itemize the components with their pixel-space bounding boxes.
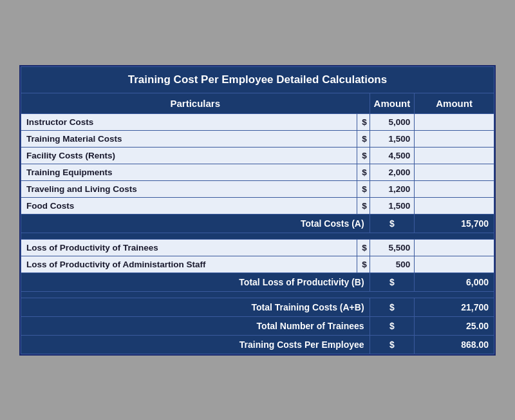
- sum-label: Total Training Costs (A+B): [21, 298, 370, 316]
- table-title: Training Cost Per Employee Detailed Calc…: [21, 66, 494, 93]
- table-row: Training Material Costs $ 1,500: [21, 130, 494, 147]
- row-amount2: [415, 113, 494, 130]
- sum-dollar: $: [370, 316, 415, 335]
- table-row: Instructor Costs $ 5,000: [21, 113, 494, 130]
- table-row: Loss of Productivity of Administartion S…: [21, 256, 494, 272]
- title-row: Training Cost Per Employee Detailed Calc…: [21, 66, 494, 93]
- row-amount2: [415, 239, 494, 256]
- dollar-sign: $: [357, 164, 370, 180]
- spacer-row: [21, 233, 494, 239]
- row-value: 1,200: [370, 180, 415, 197]
- row-label: Traveling and Living Costs: [21, 180, 357, 197]
- sum-dollar: $: [370, 335, 415, 354]
- row-amount2: [415, 256, 494, 272]
- row-value: 5,000: [370, 113, 415, 130]
- header-amount2: Amount: [415, 93, 494, 113]
- row-amount2: [415, 197, 494, 214]
- summary-row: Training Costs Per Employee $ 868.00: [21, 335, 494, 354]
- row-value: 5,500: [370, 239, 415, 256]
- main-table-container: Training Cost Per Employee Detailed Calc…: [19, 65, 496, 356]
- dollar-sign: $: [357, 130, 370, 147]
- section2-total-row: Total Loss of Productivity (B) $ 6,000: [21, 272, 494, 291]
- table-row: Food Costs $ 1,500: [21, 197, 494, 214]
- row-amount2: [415, 147, 494, 164]
- table-row: Training Equipments $ 2,000: [21, 164, 494, 180]
- total-dollar: $: [370, 214, 415, 233]
- sum-label: Training Costs Per Employee: [21, 335, 370, 354]
- section1-total-row: Total Costs (A) $ 15,700: [21, 214, 494, 233]
- table-row: Loss of Productivity of Trainees $ 5,500: [21, 239, 494, 256]
- total-label: Total Loss of Productivity (B): [21, 272, 370, 291]
- spacer-row-2: [21, 291, 494, 298]
- dollar-sign: $: [357, 147, 370, 164]
- dollar-sign: $: [357, 197, 370, 214]
- sum-amount: 25.00: [415, 316, 494, 335]
- table-row: Traveling and Living Costs $ 1,200: [21, 180, 494, 197]
- spacer: [21, 233, 494, 239]
- table-row: Facility Costs (Rents) $ 4,500: [21, 147, 494, 164]
- summary-row: Total Number of Trainees $ 25.00: [21, 316, 494, 335]
- header-particulars: Particulars: [21, 93, 370, 113]
- row-amount2: [415, 164, 494, 180]
- dollar-sign: $: [357, 113, 370, 130]
- summary-row: Total Training Costs (A+B) $ 21,700: [21, 298, 494, 316]
- row-label: Training Material Costs: [21, 130, 357, 147]
- total-dollar: $: [370, 272, 415, 291]
- row-label: Training Equipments: [21, 164, 357, 180]
- header-amount1: Amount: [370, 93, 415, 113]
- row-value: 2,000: [370, 164, 415, 180]
- sum-dollar: $: [370, 298, 415, 316]
- row-value: 500: [370, 256, 415, 272]
- dollar-sign: $: [357, 180, 370, 197]
- total-label: Total Costs (A): [21, 214, 370, 233]
- sum-label: Total Number of Trainees: [21, 316, 370, 335]
- dollar-sign: $: [357, 256, 370, 272]
- row-value: 4,500: [370, 147, 415, 164]
- row-amount2: [415, 180, 494, 197]
- sum-amount: 868.00: [415, 335, 494, 354]
- dollar-sign: $: [357, 239, 370, 256]
- row-value: 1,500: [370, 197, 415, 214]
- sum-amount: 21,700: [415, 298, 494, 316]
- total-amount: 15,700: [415, 214, 494, 233]
- header-row: Particulars Amount Amount: [21, 93, 494, 113]
- row-label: Instructor Costs: [21, 113, 357, 130]
- total-amount: 6,000: [415, 272, 494, 291]
- row-label: Facility Costs (Rents): [21, 147, 357, 164]
- row-label: Loss of Productivity of Trainees: [21, 239, 357, 256]
- row-label: Loss of Productivity of Administartion S…: [21, 256, 357, 272]
- spacer: [21, 291, 494, 298]
- row-label: Food Costs: [21, 197, 357, 214]
- row-amount2: [415, 130, 494, 147]
- row-value: 1,500: [370, 130, 415, 147]
